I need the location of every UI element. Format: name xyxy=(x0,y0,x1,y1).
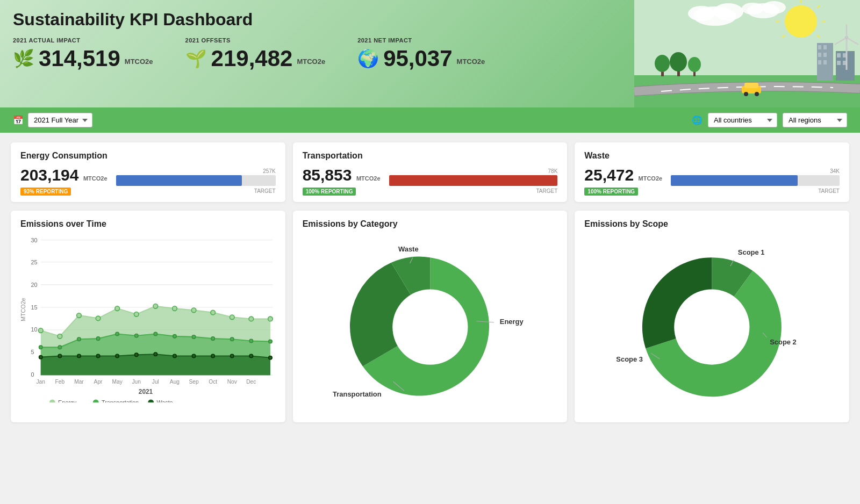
metric-actual-label: 2021 ACTUAL IMPACT xyxy=(13,37,153,44)
svg-text:Jan: Jan xyxy=(37,379,46,385)
kpi-energy-target-label: 257K xyxy=(116,168,276,174)
svg-point-126 xyxy=(675,289,750,364)
svg-point-42 xyxy=(755,92,759,96)
metric-offsets-label: 2021 OFFSETS xyxy=(185,37,326,44)
filter-right: 🌐 All countries United States Germany Un… xyxy=(692,113,847,127)
kpi-waste-target-text: TARGET xyxy=(671,188,840,194)
svg-rect-21 xyxy=(818,60,821,64)
svg-rect-40 xyxy=(744,83,758,88)
header-illustration xyxy=(634,0,860,107)
svg-point-96 xyxy=(211,354,214,357)
svg-text:Oct: Oct xyxy=(209,379,217,385)
dashboard-title: Sustainability KPI Dashboard xyxy=(13,10,497,30)
svg-point-1 xyxy=(785,5,817,38)
svg-text:25: 25 xyxy=(31,259,37,265)
svg-rect-26 xyxy=(837,61,841,65)
svg-point-73 xyxy=(268,316,273,321)
svg-point-74 xyxy=(39,345,42,349)
kpi-transport-target-text: TARGET xyxy=(389,188,558,194)
kpi-card-waste: Waste 25,472 MTCO2e 100% REPORTING 34K T… xyxy=(575,142,849,202)
svg-point-72 xyxy=(249,316,254,321)
svg-point-80 xyxy=(154,332,157,335)
svg-point-115 xyxy=(93,399,99,402)
emissions-category-chart: Energy Transportation Waste xyxy=(303,234,558,416)
kpi-transport-value: 85,853 xyxy=(303,166,352,184)
year-filter-select[interactable]: 2021 Full Year 2020 Full Year 2019 Full … xyxy=(28,113,92,127)
kpi-card-transportation: Transportation 85,853 MTCO2e 100% REPORT… xyxy=(293,142,568,202)
svg-point-61 xyxy=(38,328,43,333)
region-filter-select[interactable]: All regions North America Europe Asia xyxy=(783,113,847,127)
offsets-unit: MTCO2e xyxy=(297,57,325,66)
svg-point-86 xyxy=(269,340,272,343)
kpi-energy-title: Energy Consumption xyxy=(20,151,276,161)
svg-point-76 xyxy=(77,337,81,341)
svg-point-85 xyxy=(249,339,253,342)
svg-point-67 xyxy=(153,304,158,308)
svg-point-87 xyxy=(39,355,42,358)
svg-point-88 xyxy=(58,354,61,357)
kpi-waste-target-label: 34K xyxy=(671,168,840,174)
charts-row: Emissions over Time 30 25 20 15 10 5 0 M… xyxy=(11,211,849,422)
emissions-time-title: Emissions over Time xyxy=(20,219,276,229)
main-content: Energy Consumption 203,194 MTCO2e 93% RE… xyxy=(0,133,860,432)
svg-point-41 xyxy=(744,92,748,96)
svg-point-71 xyxy=(230,315,234,320)
svg-point-68 xyxy=(173,306,177,311)
kpi-waste-badge: 100% REPORTING xyxy=(584,188,638,196)
kpi-waste-title: Waste xyxy=(584,151,840,161)
actual-impact-unit: MTCO2e xyxy=(125,57,153,66)
svg-rect-22 xyxy=(823,60,827,64)
svg-text:30: 30 xyxy=(31,237,37,243)
svg-point-98 xyxy=(249,354,253,357)
actual-impact-value: 314,519 xyxy=(39,46,120,71)
svg-text:Jul: Jul xyxy=(152,379,159,385)
emissions-scope-chart: Scope 1 Scope 2 Scope 3 xyxy=(584,234,840,416)
kpi-energy-value: 203,194 xyxy=(20,166,78,184)
svg-point-79 xyxy=(135,334,138,337)
svg-point-69 xyxy=(191,308,196,313)
kpi-waste-value: 25,472 xyxy=(584,166,634,184)
svg-point-91 xyxy=(116,354,119,357)
svg-point-84 xyxy=(231,337,234,341)
chart-emissions-time: Emissions over Time 30 25 20 15 10 5 0 M… xyxy=(11,211,285,422)
svg-point-63 xyxy=(77,313,82,318)
svg-point-77 xyxy=(96,337,99,340)
svg-point-38 xyxy=(688,57,701,72)
svg-text:Aug: Aug xyxy=(170,379,180,385)
svg-point-62 xyxy=(58,334,62,339)
svg-point-97 xyxy=(231,354,234,357)
kpi-energy-target-text: TARGET xyxy=(116,188,276,194)
svg-text:0: 0 xyxy=(31,371,34,378)
kpi-transport-unit: MTCO2e xyxy=(356,175,381,182)
svg-text:Feb: Feb xyxy=(55,379,65,385)
svg-text:15: 15 xyxy=(31,304,37,311)
kpi-transport-target-label: 78K xyxy=(389,168,558,174)
svg-point-34 xyxy=(655,55,670,72)
kpi-transport-badge: 100% REPORTING xyxy=(303,188,356,196)
kpi-energy-bar-track xyxy=(116,175,276,186)
chart-emissions-category: Emissions by Category Energy xyxy=(293,211,568,422)
svg-point-65 xyxy=(115,306,120,311)
offsets-icon: 🌱 xyxy=(185,48,207,69)
svg-point-119 xyxy=(392,289,468,364)
svg-rect-20 xyxy=(823,53,827,57)
svg-point-75 xyxy=(58,345,61,349)
svg-rect-18 xyxy=(823,45,827,49)
filter-bar: 📅 2021 Full Year 2020 Full Year 2019 Ful… xyxy=(0,107,860,133)
svg-point-13 xyxy=(762,1,786,14)
svg-point-81 xyxy=(173,335,176,338)
svg-text:Jun: Jun xyxy=(132,379,141,385)
svg-text:Apr: Apr xyxy=(94,379,103,385)
svg-text:Energy: Energy xyxy=(58,399,77,402)
kpi-row: Energy Consumption 203,194 MTCO2e 93% RE… xyxy=(11,142,849,202)
svg-point-10 xyxy=(713,3,743,20)
svg-point-95 xyxy=(192,354,195,357)
emissions-time-chart: 30 25 20 15 10 5 0 MTCO2e xyxy=(20,234,276,405)
country-filter-select[interactable]: All countries United States Germany Unit… xyxy=(708,113,777,127)
svg-text:May: May xyxy=(112,379,123,385)
svg-point-94 xyxy=(173,354,176,357)
svg-text:Transportation: Transportation xyxy=(102,399,139,402)
metric-offsets: 2021 OFFSETS 🌱 219,482 MTCO2e xyxy=(185,37,326,71)
globe-icon: 🌐 xyxy=(692,115,703,125)
emissions-scope-title: Emissions by Scope xyxy=(584,219,840,229)
